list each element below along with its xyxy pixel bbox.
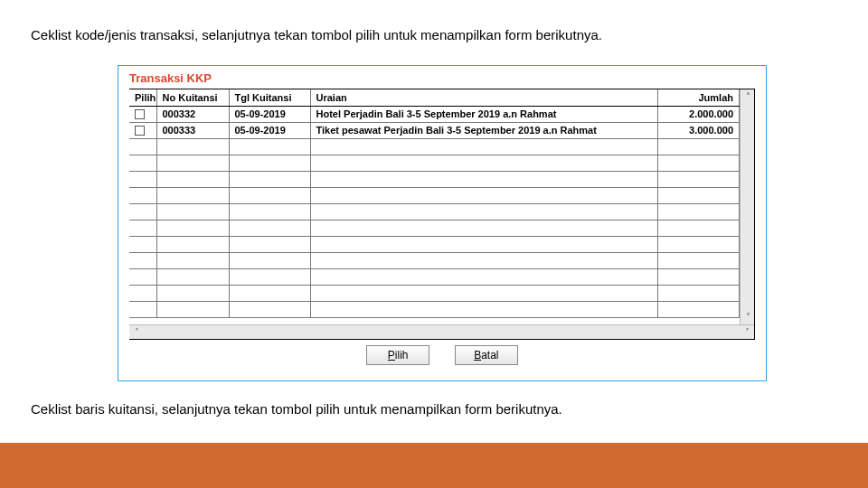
table-row[interactable]: 000333 05-09-2019 Tiket pesawat Perjadin…: [129, 122, 740, 138]
footer-bar: [0, 443, 868, 488]
table-row[interactable]: [129, 187, 740, 203]
instruction-bottom: Ceklist baris kuitansi, selanjutnya teka…: [31, 401, 562, 417]
table-row[interactable]: [129, 252, 740, 268]
transaksi-window: Transaksi KKP Pilih No Kuitansi Tgl Kuit…: [118, 65, 767, 381]
scroll-down-icon[interactable]: ˅: [741, 310, 754, 324]
cell-no-kuitansi: 000332: [156, 106, 229, 122]
cell-jumlah: 2.000.000: [658, 106, 740, 122]
table-row[interactable]: [129, 138, 740, 155]
grid-container: Pilih No Kuitansi Tgl Kuitansi Uraian Ju…: [129, 89, 755, 340]
cell-jumlah: 3.000.000: [658, 122, 740, 138]
table-row[interactable]: [129, 268, 740, 285]
checkbox[interactable]: [135, 109, 145, 119]
col-header-no-kuitansi: No Kuitansi: [156, 89, 229, 106]
col-header-uraian: Uraian: [310, 89, 658, 106]
scroll-left-icon[interactable]: ˂: [129, 325, 144, 340]
cell-tgl-kuitansi: 05-09-2019: [229, 122, 310, 138]
instruction-top: Ceklist kode/jenis transaksi, selanjutny…: [31, 27, 602, 42]
table-header-row: Pilih No Kuitansi Tgl Kuitansi Uraian Ju…: [129, 89, 740, 106]
window-title: Transaksi KKP: [118, 66, 766, 87]
kuitansi-table: Pilih No Kuitansi Tgl Kuitansi Uraian Ju…: [129, 89, 740, 318]
col-header-tgl-kuitansi: Tgl Kuitansi: [229, 89, 310, 106]
batal-button[interactable]: Batal: [455, 345, 518, 365]
cell-tgl-kuitansi: 05-09-2019: [229, 106, 310, 122]
table-row[interactable]: 000332 05-09-2019 Hotel Perjadin Bali 3-…: [129, 106, 740, 122]
col-header-jumlah: Jumlah: [658, 89, 740, 106]
horizontal-scrollbar[interactable]: ˂ ˃: [129, 324, 754, 339]
cell-no-kuitansi: 000333: [156, 122, 229, 138]
table-row[interactable]: [129, 155, 740, 171]
table-row[interactable]: [129, 171, 740, 187]
table-row[interactable]: [129, 301, 740, 317]
col-header-pilih: Pilih: [129, 89, 156, 106]
pilih-button[interactable]: Pilih: [366, 345, 429, 365]
table-row[interactable]: [129, 203, 740, 220]
scroll-up-icon[interactable]: ˄: [741, 89, 754, 104]
table-row[interactable]: [129, 220, 740, 236]
cell-uraian: Tiket pesawat Perjadin Bali 3-5 Septembe…: [310, 122, 658, 138]
table-row[interactable]: [129, 236, 740, 252]
table-row[interactable]: [129, 285, 740, 301]
button-bar: Pilih Batal: [118, 345, 766, 365]
scroll-right-icon[interactable]: ˃: [740, 325, 754, 340]
cell-uraian: Hotel Perjadin Bali 3-5 September 2019 a…: [310, 106, 658, 122]
checkbox[interactable]: [135, 126, 145, 136]
vertical-scrollbar[interactable]: ˄ ˅: [740, 89, 754, 324]
